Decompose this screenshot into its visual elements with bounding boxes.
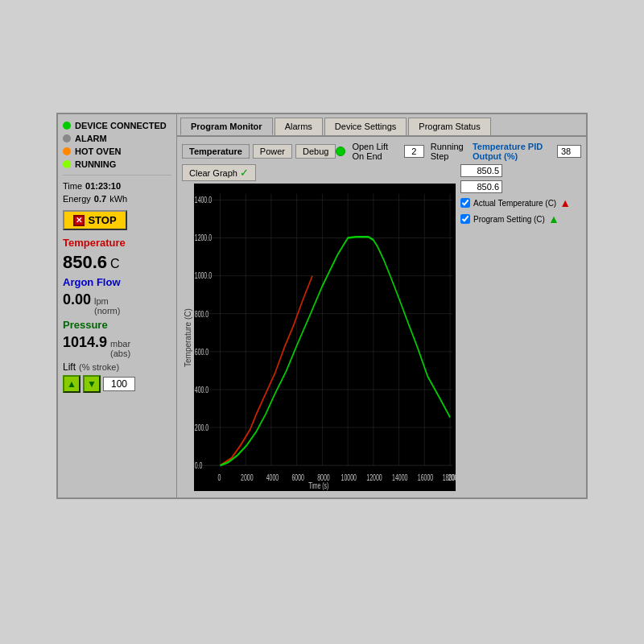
lift-section: Lift (% stroke) ▲ ▼	[63, 361, 171, 393]
svg-text:16000: 16000	[418, 472, 433, 482]
status-running: RUNNING	[63, 159, 171, 169]
x-axis-label	[194, 491, 456, 493]
main-tabs: Program Monitor Alarms Device Settings P…	[177, 114, 586, 137]
svg-text:1400.0: 1400.0	[195, 194, 212, 204]
time-label: Time	[63, 181, 82, 191]
status-hot-oven: HOT OVEN	[63, 147, 171, 156]
actual-temp-row	[460, 164, 581, 177]
svg-text:4000: 4000	[266, 472, 279, 482]
tab-device-settings[interactable]: Device Settings	[324, 118, 407, 135]
pressure-section-label: Pressure	[63, 319, 171, 331]
stop-icon: ✕	[73, 215, 85, 226]
svg-text:0: 0	[217, 472, 221, 482]
energy-unit: kWh	[109, 194, 127, 204]
legend-actual-checkbox[interactable]	[460, 198, 470, 208]
svg-text:14000: 14000	[392, 472, 407, 482]
sub-tab-temperature[interactable]: Temperature	[182, 144, 250, 159]
status-device-connected: DEVICE CONNECTED	[63, 121, 171, 130]
argon-unit2: (norm)	[94, 306, 120, 316]
chart-outer: Temperature (C)	[182, 184, 456, 493]
label-running: RUNNING	[75, 159, 116, 169]
tab-program-monitor[interactable]: Program Monitor	[180, 118, 273, 135]
svg-text:1000.0: 1000.0	[195, 270, 212, 281]
stop-label: STOP	[88, 214, 116, 226]
check-icon: ✓	[240, 167, 249, 179]
svg-text:10000: 10000	[341, 472, 357, 482]
argon-unit: lpm	[94, 296, 120, 306]
chart-svg: 0.0 200.0 400.0 600.0 800.0 1000.0 1200.…	[194, 184, 456, 491]
argon-section-label: Argon Flow	[63, 276, 171, 288]
legend-actual-temp: Actual Temperature (C) ▲	[460, 196, 581, 209]
legend-program-label: Program Setting (C)	[473, 215, 545, 224]
svg-text:600.0: 600.0	[195, 346, 208, 357]
pressure-display: 1014.9 mbar (abs)	[63, 334, 171, 358]
lift-controls: ▲ ▼	[63, 375, 171, 393]
clear-graph-row: Clear Graph ✓	[182, 164, 456, 181]
time-row: Time 01:23:10	[63, 181, 171, 191]
step-value: 2	[404, 145, 424, 158]
tab-program-status[interactable]: Program Status	[408, 118, 490, 135]
lift-up-button[interactable]: ▲	[63, 375, 80, 393]
svg-text:1200.0: 1200.0	[195, 232, 212, 242]
svg-text:200.0: 200.0	[195, 422, 208, 432]
svg-text:2000: 2000	[241, 472, 253, 482]
chart-container: 0.0 200.0 400.0 600.0 800.0 1000.0 1200.…	[194, 184, 456, 491]
tab-alarms[interactable]: Alarms	[275, 118, 323, 135]
pressure-unit2: (abs)	[110, 349, 130, 358]
sub-tab-debug[interactable]: Debug	[295, 144, 336, 159]
divider-1	[63, 175, 171, 175]
legend-actual-arrow: ▲	[559, 196, 571, 209]
pid-value: 38	[557, 145, 581, 158]
lift-down-button[interactable]: ▼	[83, 375, 101, 393]
clear-graph-button[interactable]: Clear Graph ✓	[182, 164, 256, 181]
svg-text:800.0: 800.0	[195, 308, 208, 319]
content-area: Temperature Power Debug Open Lift On End…	[177, 137, 586, 497]
label-alarm: ALARM	[75, 134, 107, 143]
actual-temp-input[interactable]	[460, 164, 502, 177]
svg-text:12000: 12000	[366, 472, 382, 482]
pressure-unit: mbar	[110, 339, 130, 349]
left-panel: DEVICE CONNECTED ALARM HOT OVEN RUNNING …	[58, 114, 177, 497]
svg-text:0.0: 0.0	[195, 460, 203, 470]
energy-label: Energy	[63, 194, 91, 204]
svg-rect-0	[194, 184, 456, 491]
temperature-unit: C	[110, 257, 120, 271]
temperature-value: 850.6	[63, 252, 107, 273]
legend-program-setting: Program Setting (C) ▲	[460, 213, 581, 225]
lift-label: Lift	[63, 361, 76, 373]
lift-value-input[interactable]	[103, 377, 135, 391]
open-lift-label: Open Lift On End	[352, 142, 397, 161]
legend-actual-label: Actual Temperature (C)	[473, 199, 556, 208]
temperature-display: 850.6 C	[63, 252, 171, 273]
program-setting-row	[460, 180, 581, 193]
dot-hot-oven	[63, 147, 71, 155]
label-hot-oven: HOT OVEN	[75, 147, 121, 156]
open-lift-indicator	[336, 147, 345, 156]
legend-program-checkbox[interactable]	[460, 214, 470, 224]
time-value: 01:23:10	[85, 181, 121, 191]
program-setting-input[interactable]	[460, 180, 502, 193]
svg-text:20000: 20000	[448, 472, 456, 482]
running-step-label: Running Step	[431, 142, 466, 161]
pressure-value: 1014.9	[63, 334, 107, 351]
legend-panel: Actual Temperature (C) ▲ Program Setting…	[460, 164, 581, 493]
argon-value: 0.00	[63, 291, 91, 308]
chart-inner: 0.0 200.0 400.0 600.0 800.0 1000.0 1200.…	[194, 184, 456, 493]
right-panel: Program Monitor Alarms Device Settings P…	[177, 114, 586, 497]
argon-display: 0.00 lpm (norm)	[63, 291, 171, 316]
graph-area: Clear Graph ✓ Temperature (C)	[182, 164, 456, 493]
clear-graph-label: Clear Graph	[189, 168, 237, 178]
dot-alarm	[63, 134, 71, 142]
sub-tab-power[interactable]: Power	[253, 144, 292, 159]
status-alarm: ALARM	[63, 134, 171, 143]
pid-label: Temperature PID Output (%)	[473, 142, 551, 161]
temperature-section-label: Temperature	[63, 237, 171, 249]
stop-button[interactable]: ✕ STOP	[63, 210, 127, 230]
svg-text:400.0: 400.0	[195, 384, 208, 394]
lift-unit: (% stroke)	[79, 362, 119, 372]
graph-section: Clear Graph ✓ Temperature (C)	[182, 164, 581, 493]
energy-value: 0.7	[94, 194, 106, 204]
dot-running	[63, 160, 71, 168]
label-device-connected: DEVICE CONNECTED	[75, 121, 167, 130]
status-row: Open Lift On End 2 Running Step Temperat…	[336, 142, 581, 161]
